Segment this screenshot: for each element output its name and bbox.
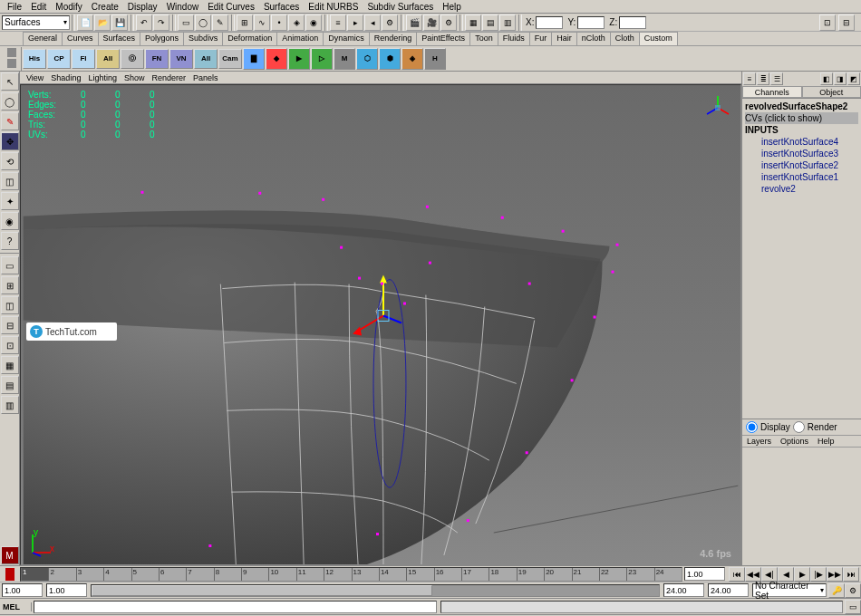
menu-modify[interactable]: Modify (51, 2, 86, 12)
mel-label[interactable]: MEL (0, 602, 32, 611)
script-editor-icon[interactable]: ▭ (845, 600, 861, 614)
shelf-tab-hair[interactable]: Hair (551, 32, 577, 45)
command-input[interactable] (34, 601, 437, 613)
key-icon[interactable] (5, 574, 15, 581)
layout5-icon[interactable]: ▤ (1, 376, 19, 394)
shelf-trash-icon[interactable] (7, 59, 16, 68)
snap-point-icon[interactable]: • (271, 14, 287, 31)
shelf-tool3-icon[interactable]: ◈ (401, 48, 423, 70)
anim-prefs-icon[interactable]: ⚙ (845, 583, 861, 598)
layers-help-menu[interactable]: Help (813, 436, 839, 447)
range-handle[interactable] (92, 585, 432, 596)
menu-editcurves[interactable]: Edit Curves (203, 2, 259, 12)
maya-icon[interactable]: M (1, 546, 19, 564)
go-end-button[interactable]: ⏭ (843, 567, 859, 582)
shelf-fn-button[interactable]: FN (145, 49, 169, 69)
shelf-cp-button[interactable]: CP (47, 49, 71, 69)
output-ops-icon[interactable]: ◂ (364, 14, 381, 31)
four-view-icon[interactable]: ⊞ (1, 276, 19, 294)
view-menu-show[interactable]: Show (121, 73, 149, 82)
anim-end-field[interactable] (708, 583, 749, 597)
shelf-tab-fluids[interactable]: Fluids (498, 32, 530, 45)
open-scene-icon[interactable]: 📂 (94, 14, 111, 31)
shelf-all2-button[interactable]: All (194, 49, 218, 69)
input-node[interactable]: insertKnotSurface2 (745, 159, 858, 171)
node-name[interactable]: revolvedSurfaceShape2 (745, 101, 858, 112)
input-node[interactable]: insertKnotSurface3 (745, 148, 858, 159)
rotate-tool[interactable]: ⟲ (1, 152, 19, 170)
shelf-center-button[interactable]: Ⓞ (121, 49, 144, 69)
rp-show2-icon[interactable]: ◨ (834, 72, 846, 85)
view-menu-view[interactable]: View (23, 73, 47, 82)
character-set-dropdown[interactable]: No Character Set (752, 583, 827, 597)
shelf-tab-dynamics[interactable]: Dynamics (323, 32, 370, 45)
quick-layout2-icon[interactable]: ▤ (482, 14, 498, 31)
shelf-green-icon[interactable]: ▶ (288, 48, 310, 70)
range-start-field[interactable] (46, 583, 87, 597)
scale-tool[interactable]: ◫ (1, 172, 19, 190)
menu-edit[interactable]: Edit (26, 2, 51, 12)
shelf-hshd-icon[interactable]: H (424, 48, 446, 70)
layout4-icon[interactable]: ▦ (1, 356, 19, 374)
input-node[interactable]: insertKnotSurface1 (745, 171, 858, 183)
play-fwd-button[interactable]: ▶ (794, 567, 810, 582)
shelf-tab-surfaces[interactable]: Surfaces (98, 32, 141, 45)
view-menu-lighting[interactable]: Lighting (84, 73, 121, 82)
lasso-tool[interactable]: ◯ (1, 92, 19, 111)
render-globals-icon[interactable]: ⚙ (440, 14, 457, 31)
render-icon[interactable]: 🎬 (406, 14, 422, 31)
object-tab[interactable]: Object (802, 86, 862, 98)
shelf-mel-icon[interactable]: M (334, 48, 355, 70)
shelf-tab-cloth[interactable]: Cloth (610, 32, 640, 45)
layers-list[interactable] (742, 448, 861, 565)
shelf-his-button[interactable]: His (23, 49, 46, 69)
channels-tab[interactable]: Channels (742, 86, 802, 98)
shelf-cube-icon[interactable]: ▇ (243, 48, 265, 70)
next-key-button[interactable]: |▶ (810, 567, 827, 582)
menu-subdiv[interactable]: Subdiv Surfaces (363, 2, 438, 12)
move-tool[interactable]: ✥ (1, 132, 19, 150)
paint-tool[interactable]: ✎ (1, 112, 19, 130)
view-menu-renderer[interactable]: Renderer (148, 73, 189, 82)
rp-layout1-icon[interactable]: ≡ (743, 72, 756, 85)
shelf-tab-painteffects[interactable]: PaintEffects (416, 32, 470, 45)
snap-live-icon[interactable]: ◉ (305, 14, 322, 31)
shelf-tab-general[interactable]: General (23, 32, 63, 45)
manip-tool[interactable]: ✦ (1, 192, 19, 210)
shelf-cam-button[interactable]: Cam (218, 49, 242, 69)
undo-icon[interactable]: ↶ (136, 14, 152, 31)
menu-file[interactable]: File (3, 2, 26, 12)
shelf-tab-custom[interactable]: Custom (639, 32, 678, 45)
history-icon[interactable]: ≡ (330, 14, 346, 31)
range-end-field[interactable] (663, 583, 704, 597)
ipr-render-icon[interactable]: 🎥 (423, 14, 440, 31)
y-input[interactable] (577, 16, 605, 29)
viewport-menu[interactable]: View Shading Lighting Show Renderer Pane… (20, 72, 741, 84)
shelf-all-button[interactable]: All (96, 49, 120, 69)
current-time-field[interactable] (684, 567, 725, 581)
right-tool2-icon[interactable]: ⊟ (838, 14, 855, 31)
right-tool1-icon[interactable]: ⊡ (819, 14, 836, 31)
input-node[interactable]: revolve2 (745, 183, 858, 195)
quick-layout-icon[interactable]: ▦ (465, 14, 481, 31)
layers-options-menu[interactable]: Options (776, 436, 813, 447)
snap-grid-icon[interactable]: ⊞ (237, 14, 253, 31)
go-start-button[interactable]: ⏮ (729, 567, 745, 582)
rp-layout2-icon[interactable]: ≣ (757, 72, 769, 85)
shelf-menu-icon[interactable] (7, 48, 16, 57)
rp-layout3-icon[interactable]: ☰ (770, 72, 783, 85)
shelf-fi-button[interactable]: FI (72, 49, 95, 69)
save-scene-icon[interactable]: 💾 (111, 14, 128, 31)
select-icon[interactable]: ▭ (178, 14, 194, 31)
menu-create[interactable]: Create (87, 2, 123, 12)
time-track[interactable]: 1 2 3 4 5 6 7 8 9 10 11 12 13 14 15 16 1… (20, 567, 682, 582)
viewport[interactable]: Verts:000 Edges:000 Faces:000 Tris:000 U… (20, 84, 741, 565)
rp-show3-icon[interactable]: ◩ (847, 72, 860, 85)
step-fwd-button[interactable]: ▶▶ (827, 567, 843, 582)
render-radio[interactable] (793, 421, 805, 433)
view-menu-shading[interactable]: Shading (47, 73, 84, 82)
shelf-tool2-icon[interactable]: ⬢ (379, 48, 401, 70)
shelf-red-icon[interactable]: ◆ (266, 48, 287, 70)
step-back-button[interactable]: ◀◀ (745, 567, 761, 582)
rp-show1-icon[interactable]: ◧ (820, 72, 833, 85)
